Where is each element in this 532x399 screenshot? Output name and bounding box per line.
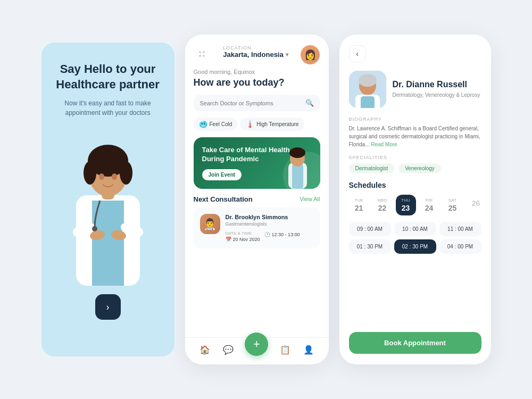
time-section: 🕐 12:30 - 13:00: [264, 231, 300, 242]
date-pill-wed[interactable]: Wed 22: [372, 195, 393, 215]
search-icon: 🔍: [305, 99, 314, 107]
svg-point-12: [112, 173, 117, 180]
read-more-link[interactable]: Read More: [371, 142, 397, 147]
date-value: 📅 20 Nov 2020: [226, 237, 260, 242]
date-pill-thu[interactable]: Thu 23: [396, 195, 416, 215]
search-input[interactable]: [200, 100, 301, 106]
time-0900[interactable]: 09 : 00 AM: [349, 222, 391, 236]
app-card: LOCATION Jakarta, Indonesia ▾ 👩 Good mor…: [185, 35, 329, 364]
consultation-card: 👨‍⚕️ Dr. Brooklyn Simmons Gastroenterolo…: [194, 207, 320, 248]
spec-tag-venereology[interactable]: Venereology: [398, 163, 441, 173]
greeting-section: Good morning, Equinox How are you today?: [185, 69, 329, 95]
nav-home[interactable]: 🏠: [198, 343, 211, 356]
svg-point-9: [84, 161, 96, 185]
time-0400[interactable]: 04 : 00 PM: [439, 239, 481, 254]
bottom-nav: 🏠 💬 + 📋 👤: [185, 337, 329, 364]
intro-subtitle: Now it's easy and fast to make appointme…: [54, 98, 162, 118]
biography-label: BIOGRAPHY: [349, 117, 481, 122]
date-pill-sat[interactable]: Sat 25: [443, 195, 463, 215]
time-value: 🕐 12:30 - 13:00: [264, 232, 300, 237]
svg-rect-22: [361, 96, 375, 108]
schedules-section: Schedules Tue 21 Wed 22 Thu 23 Fri 24: [349, 181, 481, 332]
nav-profile[interactable]: 👤: [302, 343, 315, 356]
doctor-profile-info: Dr. Dianne Russell Dermatology, Venereol…: [393, 80, 480, 99]
chip-feel-cold[interactable]: 🥶 Feel Cold: [194, 118, 238, 131]
doctor-svg: [55, 131, 161, 286]
specialities-label: SPECIALITIES: [349, 155, 481, 160]
nav-add-button[interactable]: +: [245, 332, 268, 356]
schedules-title: Schedules: [349, 181, 481, 189]
doctor-profile-specialty: Dermatology, Venereology & Leprosy: [393, 92, 480, 99]
nurse-svg: [280, 144, 315, 189]
nav-chat[interactable]: 💬: [222, 343, 235, 356]
time-1100[interactable]: 11 : 00 AM: [439, 222, 481, 236]
back-icon: ‹: [356, 49, 359, 58]
time-1000[interactable]: 10 : 00 AM: [394, 222, 436, 236]
consultation-info: Dr. Brooklyn Simmons Gastroenterologists…: [226, 214, 314, 242]
location-label: LOCATION: [223, 45, 288, 51]
user-avatar[interactable]: 👩: [301, 45, 320, 64]
consultation-specialty: Gastroenterologists: [226, 221, 314, 227]
menu-button[interactable]: [194, 45, 211, 62]
date-pill-fri[interactable]: Fri 24: [419, 195, 439, 215]
chip-high-temperature[interactable]: 🌡️ High Temperature: [240, 118, 304, 131]
next-button[interactable]: ›: [95, 294, 121, 320]
doctor-illustration: [55, 126, 161, 286]
calendar-icon: 📅: [226, 237, 231, 242]
intro-card: Say Hello to your Healthcare partner Now…: [41, 43, 174, 356]
dates-row: Tue 21 Wed 22 Thu 23 Fri 24 Sat 25: [349, 195, 481, 215]
book-appointment-button[interactable]: Book Appointment: [349, 332, 481, 354]
date-section: DATE & TIME 📅 20 Nov 2020: [226, 231, 260, 242]
date-pill-tue[interactable]: Tue 21: [349, 195, 369, 215]
banner-nurse: [280, 144, 315, 189]
time-0130[interactable]: 01 : 30 PM: [349, 239, 391, 254]
greeting-sub: Good morning, Equinox: [194, 69, 320, 75]
location-arrow-icon: ▾: [286, 52, 288, 57]
section-header: Next Consultation View All: [194, 195, 320, 203]
next-consultation-section: Next Consultation View All 👨‍⚕️ Dr. Broo…: [185, 195, 329, 253]
symptom-chips: 🥶 Feel Cold 🌡️ High Temperature: [185, 118, 329, 137]
doctor-avatar-large: [349, 71, 386, 108]
biography-text: Dr. Lawrence A. Schiffman is a Board Cer…: [349, 124, 481, 148]
svg-point-17: [289, 147, 305, 158]
clock-icon: 🕐: [264, 232, 270, 237]
doctor-profile-card: ‹ Dr. Dianne Russell Dermatology, Venere…: [339, 35, 491, 364]
banner-card: Take Care of Mental Health During Pandem…: [194, 137, 320, 189]
consultation-doctor-name: Dr. Brooklyn Simmons: [226, 214, 314, 220]
doctor-profile-svg: [349, 71, 386, 108]
nav-calendar[interactable]: 📋: [279, 343, 292, 356]
app-header: LOCATION Jakarta, Indonesia ▾ 👩: [185, 35, 329, 69]
chip-temp-label: High Temperature: [256, 121, 298, 127]
view-all-link[interactable]: View All: [300, 196, 320, 202]
join-event-button[interactable]: Join Event: [202, 169, 242, 180]
times-grid: 09 : 00 AM 10 : 00 AM 11 : 00 AM 01 : 30…: [349, 222, 481, 254]
doctor-profile-name: Dr. Dianne Russell: [393, 80, 480, 89]
speciality-tags: Dermatologist Venereology: [349, 163, 481, 173]
back-button[interactable]: ‹: [349, 45, 366, 62]
biography-section: BIOGRAPHY Dr. Lawrence A. Schiffman is a…: [349, 117, 481, 148]
specialities-section: SPECIALITIES Dermatologist Venereology: [349, 155, 481, 173]
spec-tag-dermatologist[interactable]: Dermatologist: [349, 163, 395, 173]
location-section: LOCATION Jakarta, Indonesia ▾: [223, 45, 288, 59]
chip-cold-label: Feel Cold: [210, 121, 232, 127]
next-consultation-title: Next Consultation: [194, 195, 253, 203]
svg-point-10: [120, 161, 132, 185]
svg-point-20: [359, 74, 377, 87]
doctor-profile-header: Dr. Dianne Russell Dermatology, Venereol…: [349, 71, 481, 108]
svg-rect-15: [292, 164, 303, 189]
doctor-avatar: 👨‍⚕️: [200, 214, 220, 234]
date-time-row: DATE & TIME 📅 20 Nov 2020 🕐 12:30 - 13:0…: [226, 231, 314, 242]
svg-point-13: [92, 226, 97, 231]
intro-title: Say Hello to your Healthcare partner: [54, 62, 162, 92]
svg-point-11: [99, 173, 104, 180]
greeting-main: How are you today?: [194, 77, 320, 88]
temp-emoji: 🌡️: [246, 120, 254, 128]
search-bar[interactable]: 🔍: [194, 95, 320, 111]
main-container: Say Hello to your Healthcare partner Now…: [26, 19, 507, 380]
date-pill-26[interactable]: 26: [466, 195, 481, 215]
time-0230[interactable]: 02 : 30 PM: [394, 239, 436, 254]
cold-emoji: 🥶: [199, 120, 207, 128]
location-value[interactable]: Jakarta, Indonesia ▾: [223, 51, 288, 59]
date-label: DATE & TIME: [226, 231, 260, 236]
